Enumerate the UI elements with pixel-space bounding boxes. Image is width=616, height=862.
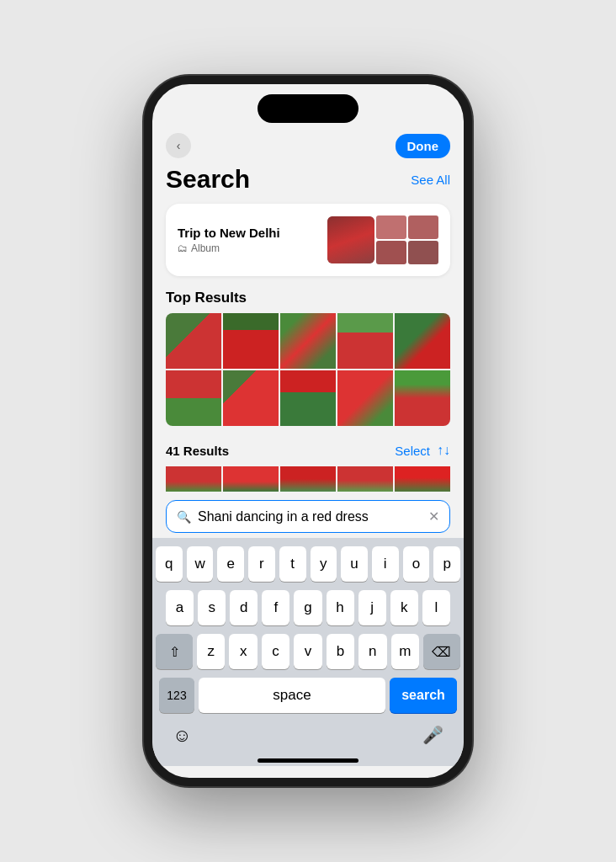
key-z[interactable]: z [197, 634, 225, 669]
partial-cell-3[interactable] [280, 466, 336, 492]
key-n[interactable]: n [358, 634, 386, 669]
search-key[interactable]: search [390, 678, 457, 713]
key-y[interactable]: y [311, 546, 337, 582]
home-indicator [258, 758, 358, 763]
partial-cell-4[interactable] [337, 466, 393, 492]
done-button[interactable]: Done [396, 134, 451, 158]
keyboard-row-3: ⇧ z x c v b n m ⌫ [156, 634, 460, 669]
delete-key[interactable]: ⌫ [423, 634, 460, 669]
partial-cell-2[interactable] [223, 466, 279, 492]
back-button[interactable]: ‹ [166, 133, 191, 158]
results-count: 41 Results [166, 444, 229, 458]
emoji-row: ☺ 🎤 [156, 720, 460, 755]
back-icon: ‹ [177, 139, 181, 152]
key-s[interactable]: s [198, 590, 226, 625]
dynamic-island [258, 94, 358, 123]
key-u[interactable]: u [341, 546, 368, 582]
nav-bar: ‹ Done [152, 130, 464, 165]
album-main-thumb [327, 216, 374, 263]
key-x[interactable]: x [229, 634, 257, 669]
keyboard-row-1: q w e r t y u i o p [156, 546, 460, 582]
key-t[interactable]: t [279, 546, 306, 582]
partial-cell-5[interactable] [395, 466, 450, 492]
key-d[interactable]: d [230, 590, 258, 625]
photo-cell-8[interactable] [280, 370, 336, 426]
clear-button[interactable]: ✕ [428, 508, 439, 524]
photo-cell-10[interactable] [395, 370, 450, 426]
top-results-title: Top Results [166, 290, 450, 306]
key-w[interactable]: w [187, 546, 214, 582]
page-title: Search [166, 165, 250, 194]
album-grid-thumbs [376, 216, 438, 264]
shift-key[interactable]: ⇧ [156, 634, 193, 669]
mic-key[interactable]: 🎤 [422, 725, 443, 747]
album-type: Album [191, 242, 220, 254]
phone-frame: ‹ Done Search See All Trip to New Delhi … [144, 76, 472, 786]
title-row: Search See All [166, 165, 450, 194]
space-key[interactable]: space [199, 678, 385, 713]
photo-grid-top [166, 313, 450, 426]
key-a[interactable]: a [166, 590, 194, 625]
key-i[interactable]: i [372, 546, 399, 582]
keyboard-row-2: a s d f g h j k l [156, 590, 460, 625]
results-actions: Select ↑↓ [395, 443, 450, 458]
partial-photo-row [166, 466, 450, 492]
key-f[interactable]: f [262, 590, 289, 625]
album-title: Trip to New Delhi [178, 226, 280, 240]
page-content: Search See All Trip to New Delhi 🗂 Album [152, 165, 464, 492]
numbers-key[interactable]: 123 [159, 678, 194, 713]
results-bar: 41 Results Select ↑↓ [166, 436, 450, 466]
photo-cell-9[interactable] [337, 370, 393, 426]
key-q[interactable]: q [156, 546, 183, 582]
key-p[interactable]: p [433, 546, 460, 582]
partial-cell-1[interactable] [166, 466, 221, 492]
key-k[interactable]: k [390, 590, 418, 625]
key-v[interactable]: v [294, 634, 321, 669]
key-r[interactable]: r [248, 546, 275, 582]
key-o[interactable]: o [403, 546, 430, 582]
search-icon: 🔍 [177, 510, 191, 524]
photo-cell-1[interactable] [166, 313, 221, 369]
album-card[interactable]: Trip to New Delhi 🗂 Album [166, 204, 450, 276]
photo-cell-3[interactable] [280, 313, 336, 369]
select-button[interactable]: Select [395, 444, 430, 458]
photo-cell-2[interactable] [223, 313, 279, 369]
keyboard: q w e r t y u i o p a s d f g h j k l ⇧ … [152, 538, 464, 766]
search-input[interactable]: Shani dancing in a red dress [198, 509, 422, 524]
key-c[interactable]: c [262, 634, 289, 669]
key-e[interactable]: e [217, 546, 244, 582]
photo-cell-7[interactable] [223, 370, 279, 426]
key-m[interactable]: m [391, 634, 419, 669]
key-h[interactable]: h [327, 590, 354, 625]
sort-icon[interactable]: ↑↓ [437, 443, 450, 458]
photo-cell-4[interactable] [337, 313, 393, 369]
key-j[interactable]: j [358, 590, 386, 625]
emoji-key[interactable]: ☺ [173, 725, 191, 747]
key-l[interactable]: l [422, 590, 450, 625]
search-input-row[interactable]: 🔍 Shani dancing in a red dress ✕ [166, 500, 450, 533]
album-subtitle: 🗂 Album [178, 242, 280, 254]
album-thumbnails [327, 216, 438, 264]
key-b[interactable]: b [327, 634, 354, 669]
keyboard-bottom-row: 123 space search [156, 678, 460, 720]
search-bar-area: 🔍 Shani dancing in a red dress ✕ [152, 492, 464, 538]
album-icon: 🗂 [178, 242, 188, 254]
album-info: Trip to New Delhi 🗂 Album [178, 226, 280, 254]
photo-cell-5[interactable] [395, 313, 450, 369]
see-all-button[interactable]: See All [411, 173, 450, 187]
photo-cell-6[interactable] [166, 370, 221, 426]
key-g[interactable]: g [294, 590, 321, 625]
